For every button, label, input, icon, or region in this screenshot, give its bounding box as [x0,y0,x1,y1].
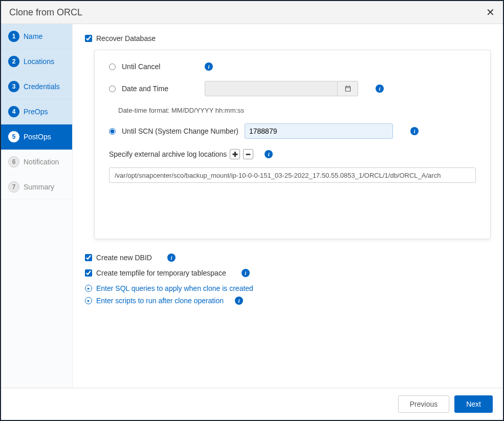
create-dbid-label: Create new DBID [96,254,152,262]
wizard-step-preops[interactable]: 4PreOps [1,99,72,124]
calendar-icon [344,85,352,92]
chevron-icon: ▸ [85,297,92,304]
recover-options-card: Until Cancel i Date and Time i Date [94,50,491,239]
until-cancel-radio[interactable] [109,64,116,70]
info-icon[interactable]: i [167,254,176,262]
date-time-row: Date and Time i [109,81,476,96]
previous-button[interactable]: Previous [398,395,449,413]
step-number: 4 [8,106,19,117]
date-time-label: Date and Time [122,85,199,93]
until-scn-row: Until SCN (System Change Number) i [109,123,476,139]
create-dbid-row: Create new DBID i [85,254,491,262]
archive-path-input[interactable] [109,167,476,183]
clone-modal: Clone from ORCL ✕ 1Name2Locations3Creden… [0,0,504,421]
create-dbid-checkbox[interactable] [85,254,92,261]
wizard-step-summary[interactable]: 7Summary [1,175,72,200]
step-number: 3 [8,81,19,92]
step-label: Credentials [24,82,60,91]
date-format-hint: Date-time format: MM/DD/YYYY hh:mm:ss [118,107,476,114]
modal-footer: Previous Next [1,388,503,420]
enter-scripts-row: ▸ Enter scripts to run after clone opera… [85,297,491,305]
info-icon[interactable]: i [376,85,384,93]
content-pane: Recover Database Until Cancel i Date and… [73,24,503,388]
create-tempfile-row: Create tempfile for temporary tablespace… [85,269,491,277]
archive-locations-row: Specify external archive log locations ✚… [109,149,476,159]
info-icon[interactable]: i [410,127,419,135]
step-label: Notification [24,158,59,166]
step-number: 7 [8,181,19,193]
info-icon[interactable]: i [205,62,213,71]
enter-scripts-link[interactable]: Enter scripts to run after clone operati… [96,297,224,305]
until-scn-label: Until SCN (System Change Number) [122,127,238,135]
step-label: PostOps [24,133,51,141]
create-tempfile-checkbox[interactable] [85,269,92,277]
wizard-step-credentials[interactable]: 3Credentials [1,74,72,99]
until-cancel-row: Until Cancel i [109,62,476,71]
archive-locations-label: Specify external archive log locations [109,150,227,158]
info-icon[interactable]: i [235,297,243,305]
scn-input[interactable] [245,123,393,139]
recover-database-label: Recover Database [96,34,156,43]
wizard-step-name[interactable]: 1Name [1,24,72,49]
wizard-step-locations[interactable]: 2Locations [1,49,72,74]
recover-database-row: Recover Database [85,34,491,43]
until-cancel-label: Until Cancel [122,62,199,71]
date-input-group [205,81,358,96]
info-icon[interactable]: i [242,269,250,277]
step-number: 2 [8,56,19,67]
wizard-step-postops[interactable]: 5PostOps [1,124,72,150]
step-number: 1 [8,31,19,42]
modal-title: Clone from ORCL [9,7,82,18]
wizard-step-notification[interactable]: 6Notification [1,150,72,175]
step-label: Locations [24,57,54,66]
calendar-button[interactable] [338,81,358,96]
modal-body: 1Name2Locations3Credentials4PreOps5PostO… [1,24,503,388]
create-tempfile-label: Create tempfile for temporary tablespace [96,269,226,277]
recover-database-checkbox[interactable] [85,35,92,42]
add-location-button[interactable]: ✚ [230,149,240,159]
info-icon[interactable]: i [265,150,273,158]
enter-sql-link[interactable]: Enter SQL queries to apply when clone is… [96,284,253,292]
wizard-sidebar: 1Name2Locations3Credentials4PreOps5PostO… [1,24,73,388]
step-label: PreOps [24,108,48,116]
step-number: 6 [8,156,19,167]
step-label: Summary [24,183,54,191]
close-button[interactable]: ✕ [486,6,495,18]
chevron-icon: ▸ [85,285,92,292]
remove-location-button[interactable]: ━ [243,149,253,159]
date-time-input[interactable] [205,81,338,96]
date-time-radio[interactable] [109,86,116,92]
next-button[interactable]: Next [454,395,493,413]
modal-header: Clone from ORCL ✕ [1,1,503,24]
until-scn-radio[interactable] [109,128,116,135]
enter-sql-row: ▸ Enter SQL queries to apply when clone … [85,284,491,292]
step-label: Name [24,32,42,40]
step-number: 5 [8,131,19,142]
